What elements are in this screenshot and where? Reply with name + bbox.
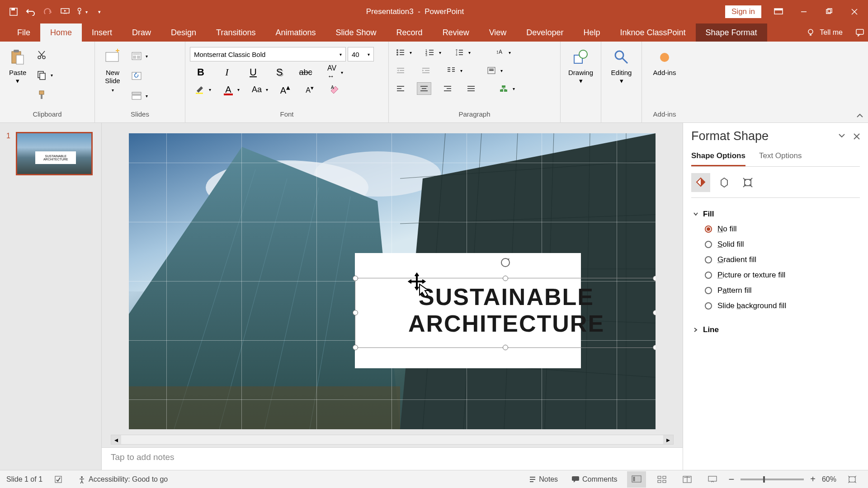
redo-button[interactable]: [42, 6, 53, 17]
accessibility-button[interactable]: Accessibility: Good to go: [74, 474, 171, 485]
change-case-button[interactable]: Aa: [250, 83, 264, 96]
tab-help[interactable]: Help: [573, 23, 610, 42]
no-fill-radio[interactable]: No fill: [693, 221, 860, 237]
editing-button[interactable]: Editing▾: [607, 47, 637, 87]
zoom-out-button[interactable]: −: [728, 474, 734, 485]
font-color-button[interactable]: A: [221, 83, 236, 96]
slide-canvas[interactable]: SUSTAINABLE ARCHITECTURE: [129, 133, 656, 429]
section-button[interactable]: [129, 89, 144, 102]
spellcheck-button[interactable]: [54, 475, 62, 483]
increase-font-button[interactable]: A▴: [278, 83, 292, 96]
size-props-tab-icon[interactable]: [738, 173, 757, 192]
gradient-fill-radio[interactable]: Gradient fill: [693, 252, 860, 267]
tab-review[interactable]: Review: [433, 23, 479, 42]
text-direction-button[interactable]: ↕A: [492, 46, 507, 59]
fill-section-header[interactable]: Fill: [693, 207, 860, 221]
increase-indent-button[interactable]: [419, 64, 433, 77]
columns-button[interactable]: [444, 64, 458, 77]
slide-sorter-view-button[interactable]: [652, 471, 671, 488]
effects-tab-icon[interactable]: [715, 173, 734, 192]
decrease-indent-button[interactable]: [393, 64, 408, 77]
cut-button[interactable]: [34, 49, 49, 61]
resize-handle-nw[interactable]: [353, 276, 358, 281]
scroll-left-button[interactable]: ◂: [111, 435, 121, 444]
comments-button[interactable]: Comments: [568, 474, 621, 485]
bold-button[interactable]: B: [193, 66, 208, 79]
resize-handle-sw[interactable]: [353, 345, 358, 350]
tab-file[interactable]: File: [7, 23, 40, 42]
close-pane-button[interactable]: [854, 133, 860, 140]
tab-developer[interactable]: Developer: [516, 23, 573, 42]
comments-pane-button[interactable]: [852, 24, 868, 41]
zoom-slider[interactable]: [741, 479, 804, 480]
close-button[interactable]: [846, 4, 863, 20]
notes-button[interactable]: Notes: [525, 474, 561, 485]
numbering-button[interactable]: 123: [423, 46, 437, 59]
slide-count-label[interactable]: Slide 1 of 1: [6, 475, 42, 483]
normal-view-button[interactable]: [627, 471, 646, 488]
resize-handle-s[interactable]: [503, 345, 508, 350]
layout-button[interactable]: [129, 50, 144, 62]
present-from-beginning-button[interactable]: [60, 6, 71, 17]
align-center-button[interactable]: [417, 82, 431, 95]
char-spacing-button[interactable]: AV↔: [325, 66, 339, 79]
line-section-header[interactable]: Line: [693, 323, 860, 337]
pattern-fill-radio[interactable]: Pattern fill: [693, 283, 860, 298]
underline-button[interactable]: U: [246, 66, 260, 79]
resize-handle-w[interactable]: [353, 310, 358, 315]
rotation-handle[interactable]: [500, 257, 511, 268]
minimize-button[interactable]: [796, 4, 812, 20]
justify-button[interactable]: [464, 82, 478, 95]
slideshow-view-button[interactable]: [703, 471, 722, 488]
selected-text-box[interactable]: [355, 278, 656, 348]
reset-button[interactable]: [129, 70, 144, 82]
tell-me-button[interactable]: Tell me: [797, 28, 852, 37]
align-text-button[interactable]: [484, 64, 499, 77]
picture-fill-radio[interactable]: Picture or texture fill: [693, 267, 860, 283]
fit-to-window-button[interactable]: [843, 471, 862, 488]
horizontal-scrollbar[interactable]: ◂ ▸: [111, 435, 674, 445]
align-right-button[interactable]: [440, 82, 455, 95]
tab-transitions[interactable]: Transitions: [206, 23, 265, 42]
resize-handle-ne[interactable]: [653, 276, 656, 281]
font-name-combo[interactable]: Montserrat Classic Bold▾: [190, 47, 346, 61]
tab-classpoint[interactable]: Inknoe ClassPoint: [610, 23, 695, 42]
slide-thumbnail-1[interactable]: SUSTAINABLE ARCHITECTURE: [16, 132, 93, 175]
tab-record[interactable]: Record: [387, 23, 433, 42]
smartart-button[interactable]: [496, 82, 511, 95]
bullets-button[interactable]: [393, 46, 408, 59]
shape-options-tab[interactable]: Shape Options: [691, 151, 745, 166]
resize-handle-n[interactable]: [503, 276, 508, 281]
collapse-ribbon-button[interactable]: [856, 113, 863, 119]
align-left-button[interactable]: [393, 82, 408, 95]
strikethrough-button[interactable]: abc: [298, 66, 313, 79]
pane-options-button[interactable]: [838, 133, 845, 140]
ribbon-display-options-button[interactable]: [770, 4, 787, 20]
tab-draw[interactable]: Draw: [122, 23, 161, 42]
drawing-button[interactable]: Drawing▾: [564, 47, 598, 87]
reading-view-button[interactable]: [678, 471, 697, 488]
tab-insert[interactable]: Insert: [82, 23, 122, 42]
format-painter-button[interactable]: [34, 89, 49, 101]
resize-handle-se[interactable]: [653, 345, 656, 350]
new-slide-button[interactable]: New Slide ▾: [99, 47, 126, 94]
addins-button[interactable]: Add-ins: [649, 47, 681, 79]
zoom-slider-thumb[interactable]: [763, 476, 765, 483]
undo-button[interactable]: [25, 6, 36, 17]
touch-mouse-mode-button[interactable]: ▾: [77, 6, 88, 17]
zoom-level-label[interactable]: 60%: [822, 475, 836, 483]
resize-handle-e[interactable]: [653, 310, 656, 315]
clear-formatting-button[interactable]: A: [327, 83, 341, 96]
shadow-button[interactable]: S: [272, 66, 287, 79]
customize-qat-button[interactable]: ▾: [94, 6, 105, 17]
highlight-button[interactable]: [193, 83, 207, 96]
line-spacing-button[interactable]: [452, 46, 467, 59]
italic-button[interactable]: I: [220, 66, 234, 79]
maximize-button[interactable]: [821, 4, 837, 20]
tab-design[interactable]: Design: [161, 23, 206, 42]
fill-line-tab-icon[interactable]: [691, 173, 710, 192]
sign-in-button[interactable]: Sign in: [725, 5, 761, 18]
notes-pane[interactable]: Tap to add notes: [102, 447, 683, 470]
solid-fill-radio[interactable]: Solid fill: [693, 237, 860, 252]
decrease-font-button[interactable]: A▾: [302, 83, 317, 96]
